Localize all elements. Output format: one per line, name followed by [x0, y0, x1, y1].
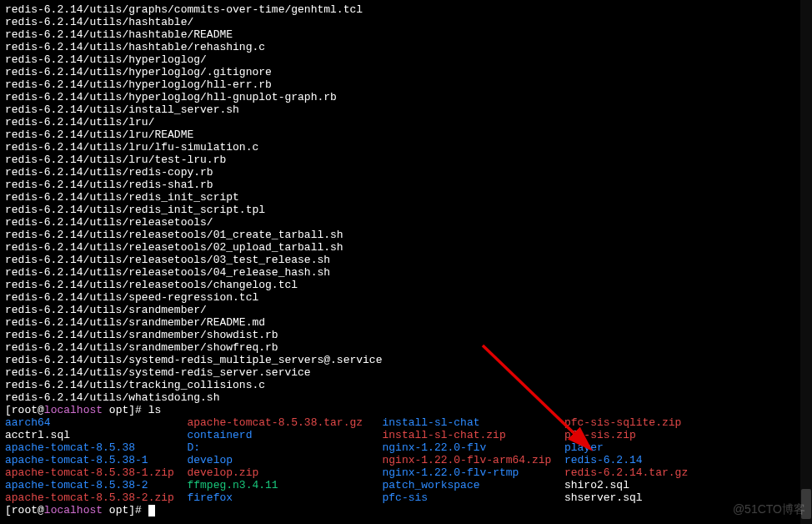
ls-item: pfc-sis-sqlite.zip: [564, 416, 681, 429]
tar-line: redis-6.2.14/utils/hashtable/: [5, 16, 807, 28]
tar-line: redis-6.2.14/utils/hashtable/rehashing.c: [5, 41, 807, 53]
ls-item: install-sl-chat.zip: [383, 429, 506, 441]
scrollbar[interactable]: [800, 0, 812, 524]
tar-line: redis-6.2.14/utils/hyperloglog/hll-gnupl…: [5, 91, 807, 103]
ls-item: apache-tomcat-8.5.38-1: [5, 454, 148, 466]
ls-item: player: [564, 441, 604, 454]
tar-line: redis-6.2.14/utils/graphs/commits-over-t…: [5, 3, 807, 16]
cursor: [148, 505, 155, 516]
tar-line: redis-6.2.14/utils/hyperloglog/.gitignor…: [5, 66, 807, 78]
ls-item: nginx-1.22.0-flv-arm64.zip: [383, 454, 552, 466]
ls-item: nginx-1.22.0-flv-rtmp: [383, 466, 519, 479]
tar-line: redis-6.2.14/utils/redis_init_script.tpl: [5, 204, 807, 216]
ls-row: acctrl.sql containerd install-sl-chat.zi…: [5, 429, 807, 441]
tar-line: redis-6.2.14/utils/releasetools/: [5, 216, 807, 229]
ls-item: develop.zip: [187, 466, 258, 479]
ls-item: develop: [187, 454, 233, 466]
tar-line: redis-6.2.14/utils/install_server.sh: [5, 103, 807, 116]
ls-item: pfc-sis: [383, 491, 429, 504]
ls-item: redis-6.2.14.tar.gz: [564, 466, 688, 479]
ls-item: apache-tomcat-8.5.38-2: [5, 479, 148, 491]
tar-line: redis-6.2.14/utils/srandmember/: [5, 304, 807, 316]
ls-item: shiro2.sql: [564, 479, 629, 491]
ls-item: D:: [187, 441, 200, 454]
tar-line: redis-6.2.14/utils/releasetools/changelo…: [5, 279, 807, 291]
ls-row: apache-tomcat-8.5.38-2 ffmpeg.n3.4.11 pa…: [5, 479, 807, 491]
tar-line: redis-6.2.14/utils/tracking_collisions.c: [5, 379, 807, 391]
tar-line: redis-6.2.14/utils/hyperloglog/hll-err.r…: [5, 78, 807, 91]
watermark: @51CTO博客: [733, 503, 805, 516]
tar-line: redis-6.2.14/utils/systemd-redis_server.…: [5, 366, 807, 379]
command-ls: ls: [148, 404, 162, 416]
ls-row: aarch64 apache-tomcat-8.5.38.tar.gz inst…: [5, 416, 807, 429]
tar-line: redis-6.2.14/utils/releasetools/02_uploa…: [5, 241, 807, 254]
tar-line: redis-6.2.14/utils/releasetools/03_test_…: [5, 254, 807, 266]
tar-line: redis-6.2.14/utils/lru/: [5, 116, 807, 128]
tar-line: redis-6.2.14/utils/lru/test-lru.rb: [5, 154, 807, 166]
ls-item: acctrl.sql: [5, 429, 70, 441]
ls-item: patch_workspace: [383, 479, 480, 491]
ls-row: apache-tomcat-8.5.38-1.zip develop.zip n…: [5, 466, 807, 479]
ls-item: aarch64: [5, 416, 51, 429]
tar-line: redis-6.2.14/utils/redis-copy.rb: [5, 166, 807, 179]
tar-line: redis-6.2.14/utils/speed-regression.tcl: [5, 291, 807, 304]
tar-line: redis-6.2.14/utils/lru/README: [5, 128, 807, 141]
ls-item: redis-6.2.14: [564, 454, 643, 466]
ls-row: apache-tomcat-8.5.38-1 develop nginx-1.2…: [5, 454, 807, 466]
ls-item: install-sl-chat: [382, 416, 479, 429]
tar-line: redis-6.2.14/utils/releasetools/04_relea…: [5, 266, 807, 279]
ls-item: nginx-1.22.0-flv: [383, 441, 487, 454]
tar-line: redis-6.2.14/utils/srandmember/showdist.…: [5, 329, 807, 341]
ls-item: apache-tomcat-8.5.38-2.zip: [5, 491, 174, 504]
ls-item: apache-tomcat-8.5.38.tar.gz: [187, 416, 363, 429]
ls-item: shserver.sql: [564, 491, 643, 504]
tar-line: redis-6.2.14/utils/systemd-redis_multipl…: [5, 354, 807, 366]
ls-row: apache-tomcat-8.5.38 D: nginx-1.22.0-flv…: [5, 441, 807, 454]
ls-item: pfc-sis.zip: [564, 429, 636, 441]
tar-line: redis-6.2.14/utils/lru/lfu-simulation.c: [5, 141, 807, 154]
prompt-line-ls: [root@localhost opt]# ls: [5, 404, 807, 416]
tar-line: redis-6.2.14/utils/whatisdoing.sh: [5, 391, 807, 404]
ls-item: containerd: [187, 429, 252, 441]
tar-line: redis-6.2.14/utils/releasetools/01_creat…: [5, 229, 807, 241]
prompt-line-cursor[interactable]: [root@localhost opt]#: [5, 504, 807, 516]
tar-line: redis-6.2.14/utils/hashtable/README: [5, 28, 807, 41]
tar-line: redis-6.2.14/utils/redis-sha1.rb: [5, 179, 807, 191]
tar-line: redis-6.2.14/utils/srandmember/README.md: [5, 316, 807, 329]
ls-item: apache-tomcat-8.5.38: [5, 441, 135, 454]
ls-row: apache-tomcat-8.5.38-2.zip firefox pfc-s…: [5, 491, 807, 504]
tar-line: redis-6.2.14/utils/hyperloglog/: [5, 53, 807, 66]
ls-item: ffmpeg.n3.4.11: [187, 479, 278, 491]
tar-line: redis-6.2.14/utils/srandmember/showfreq.…: [5, 341, 807, 354]
tar-line: redis-6.2.14/utils/redis_init_script: [5, 191, 807, 204]
ls-item: apache-tomcat-8.5.38-1.zip: [5, 466, 174, 479]
terminal-output: redis-6.2.14/utils/graphs/commits-over-t…: [5, 3, 807, 516]
ls-item: firefox: [187, 491, 233, 504]
